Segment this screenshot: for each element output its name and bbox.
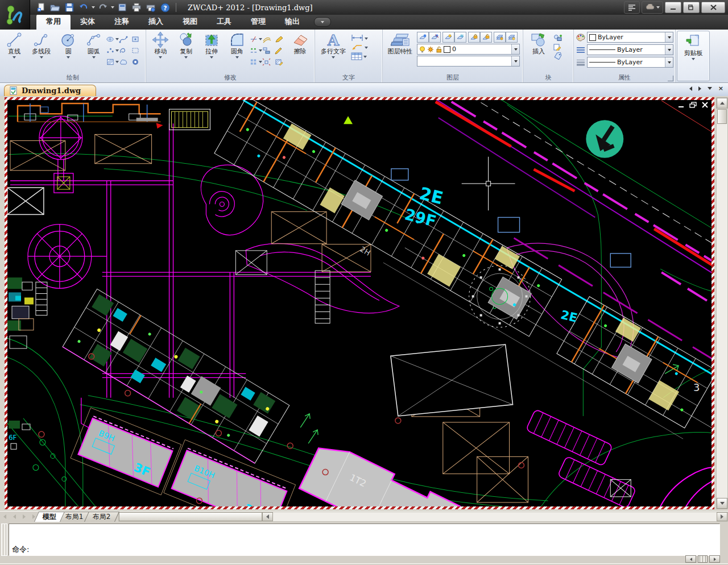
scroll-right-button[interactable] [717,512,727,521]
color-select-arrow[interactable] [665,32,673,42]
layer-isolate-button[interactable] [494,32,506,43]
layer-on-button[interactable] [417,32,429,43]
minimize-button[interactable] [665,2,681,13]
tab-layout2[interactable]: 布局2 [84,512,119,522]
attribute-tag-button[interactable] [553,52,562,60]
hatch-button[interactable] [106,56,119,68]
stretch-button[interactable]: 拉伸 [199,31,225,74]
save-button[interactable] [63,2,76,13]
revcloud-button[interactable] [119,56,131,68]
tab-insert[interactable]: 插入 [139,14,173,30]
tab-view[interactable]: 视图 [173,14,207,30]
mdi-restore-icon[interactable] [689,102,697,108]
lineweight-select[interactable]: ByLayer [587,57,673,68]
copy-button[interactable]: 复制 [173,31,199,74]
command-scroll-left-button[interactable] [685,555,696,563]
edit-polyline-button[interactable] [275,34,287,45]
undo-dropdown[interactable] [91,2,96,13]
polyline-button[interactable]: 多线段 [27,31,56,74]
command-splitter-grip[interactable] [1,524,7,556]
tab-manage[interactable]: 管理 [241,14,275,30]
trim-button[interactable] [250,34,262,45]
tab-tools[interactable]: 工具 [207,14,241,30]
plot-preview-button[interactable] [115,2,129,13]
help-button[interactable]: ? [158,2,172,13]
close-button[interactable] [701,2,725,13]
circle-button[interactable]: 圆 [56,31,81,74]
new-file-button[interactable] [34,2,48,13]
paste-button[interactable]: 剪贴板 [679,32,708,81]
erase-button[interactable]: 擦除 [287,31,313,74]
color-select[interactable]: ByLayer [587,32,673,43]
redo-button[interactable] [96,2,110,13]
undo-button[interactable] [77,2,90,13]
region-button[interactable] [131,34,144,45]
spline-button[interactable] [119,34,131,45]
mdi-close-icon[interactable] [701,102,709,108]
tab-solid[interactable]: 实体 [71,14,105,30]
leader-button[interactable] [351,43,368,51]
mtext-button[interactable]: A 多行文字 [317,31,350,74]
array-button[interactable] [250,56,262,68]
horizontal-scroll-thumb[interactable] [119,512,262,521]
explode-button[interactable] [262,56,275,68]
print-button[interactable] [130,2,143,13]
break-button[interactable] [250,45,262,56]
workspace-switch-button[interactable] [642,1,663,14]
scroll-down-button[interactable] [717,498,727,509]
linetype-select-arrow[interactable] [665,45,673,55]
tab-annotate[interactable]: 注释 [105,14,139,30]
layer-freeze-button[interactable] [454,32,466,43]
command-scroll-grip[interactable] [698,555,708,563]
layer-properties-button[interactable]: 图层特性 [384,31,416,74]
move-button[interactable]: 移动 [148,31,173,74]
layer-unisolate-button[interactable] [506,32,518,43]
point-button[interactable] [106,45,119,56]
publish-button[interactable] [144,2,158,13]
open-file-button[interactable] [48,2,62,13]
layer-off-button[interactable] [429,32,441,43]
tab-list-icon[interactable] [708,87,712,90]
line-button[interactable]: 直线 [2,31,27,74]
layer-state-arrow[interactable] [511,56,519,66]
ribbon-options-button[interactable] [314,17,331,27]
edit-attribute-button[interactable] [553,43,562,51]
redo-dropdown[interactable] [110,2,115,13]
tab-output[interactable]: 输出 [275,14,309,30]
create-block-button[interactable] [553,34,562,41]
app-logo-icon[interactable] [0,0,30,30]
tab-scroll-right-icon[interactable] [698,86,701,91]
cad-drawing[interactable]: B9H 3F B10H 3F 1 [7,100,712,506]
dialog-launcher-icon[interactable] [668,76,673,81]
layer-state-select[interactable] [417,56,520,67]
arc-button[interactable]: 圆弧 [81,31,106,74]
restore-button[interactable] [683,2,700,13]
edit-spline-button[interactable] [275,45,287,56]
prev-layout-button[interactable] [10,512,19,522]
horizontal-scroll-track[interactable] [273,512,717,521]
freehand-button[interactable] [119,45,131,56]
scroll-left-button[interactable] [262,512,273,521]
table-button[interactable] [351,52,368,60]
boundary-button[interactable] [131,45,144,56]
tab-close-icon[interactable]: × [718,86,723,91]
mdi-minimize-icon[interactable] [677,102,685,108]
donut-button[interactable] [131,56,144,68]
scroll-up-button[interactable] [717,98,727,109]
next-layout-button[interactable] [19,512,29,522]
first-layout-button[interactable] [0,512,10,522]
vertical-scroll-thumb[interactable] [717,109,727,124]
document-tab-drawing1[interactable]: Drawing1.dwg [4,85,96,96]
tab-home[interactable]: 常用 [36,14,71,30]
edit-hatch-button[interactable] [275,56,287,68]
layer-select[interactable]: 0 [417,44,520,55]
ellipse-button[interactable] [106,34,119,45]
layer-thaw-button[interactable] [442,32,454,43]
vertical-scroll-track[interactable] [717,124,727,498]
tab-scroll-left-icon[interactable] [689,86,692,91]
offset-button[interactable] [262,34,275,45]
lineweight-select-arrow[interactable] [665,57,673,67]
layer-select-arrow[interactable] [511,44,519,54]
command-scroll-right-button[interactable] [709,555,720,563]
insert-block-button[interactable]: 插入 [525,31,552,74]
